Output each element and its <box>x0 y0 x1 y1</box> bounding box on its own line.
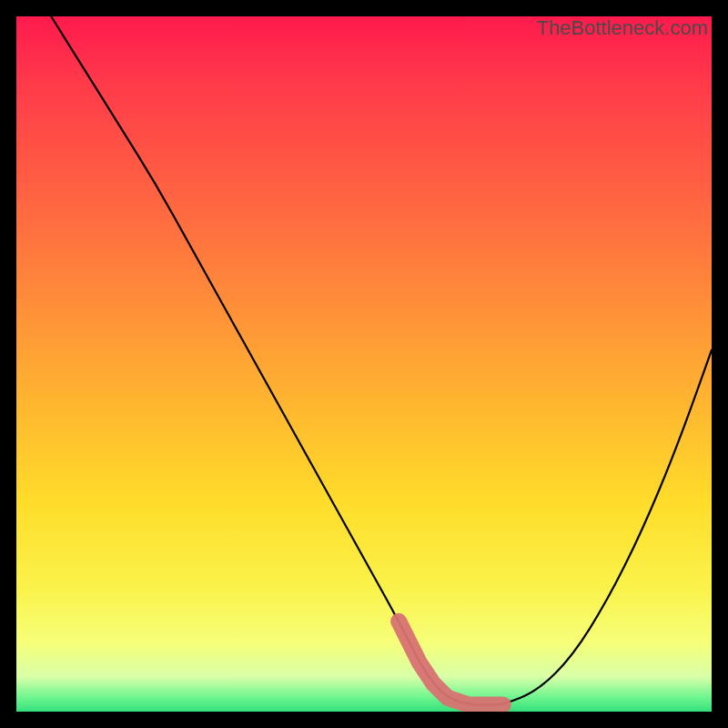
bottleneck-curve <box>51 16 712 704</box>
plot-area: TheBottleneck.com <box>16 16 712 712</box>
highlight-band <box>399 622 503 705</box>
chart-svg <box>16 16 712 712</box>
chart-frame: TheBottleneck.com <box>0 0 728 728</box>
